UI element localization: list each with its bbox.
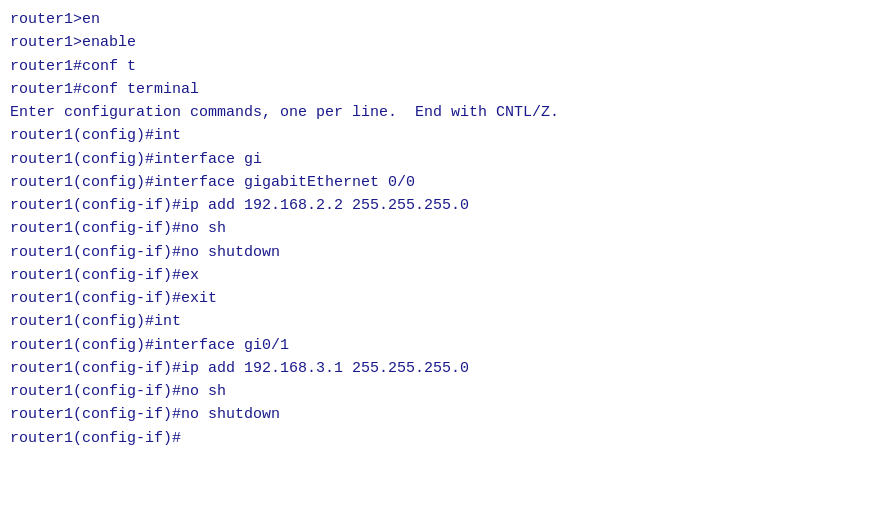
- terminal-line: router1(config-if)#: [10, 427, 861, 450]
- terminal-line: router1#conf terminal: [10, 78, 861, 101]
- terminal-line: router1(config-if)#ip add 192.168.2.2 25…: [10, 194, 861, 217]
- terminal-line: router1>enable: [10, 31, 861, 54]
- terminal-line: router1(config-if)#ex: [10, 264, 861, 287]
- terminal-line: router1#conf t: [10, 55, 861, 78]
- terminal-line: router1(config-if)#exit: [10, 287, 861, 310]
- terminal-line: router1(config-if)#no sh: [10, 217, 861, 240]
- terminal-line: router1>en: [10, 8, 861, 31]
- terminal-line: router1(config)#int: [10, 124, 861, 147]
- terminal-line: router1(config-if)#no sh: [10, 380, 861, 403]
- terminal-line: router1(config)#interface gi: [10, 148, 861, 171]
- terminal-line: Enter configuration commands, one per li…: [10, 101, 861, 124]
- terminal-line: router1(config-if)#no shutdown: [10, 403, 861, 426]
- terminal-line: router1(config)#interface gi0/1: [10, 334, 861, 357]
- terminal-window[interactable]: router1>enrouter1>enablerouter1#conf tro…: [0, 0, 871, 516]
- terminal-line: router1(config-if)#ip add 192.168.3.1 25…: [10, 357, 861, 380]
- terminal-line: router1(config-if)#no shutdown: [10, 241, 861, 264]
- terminal-line: router1(config)#int: [10, 310, 861, 333]
- terminal-line: router1(config)#interface gigabitEtherne…: [10, 171, 861, 194]
